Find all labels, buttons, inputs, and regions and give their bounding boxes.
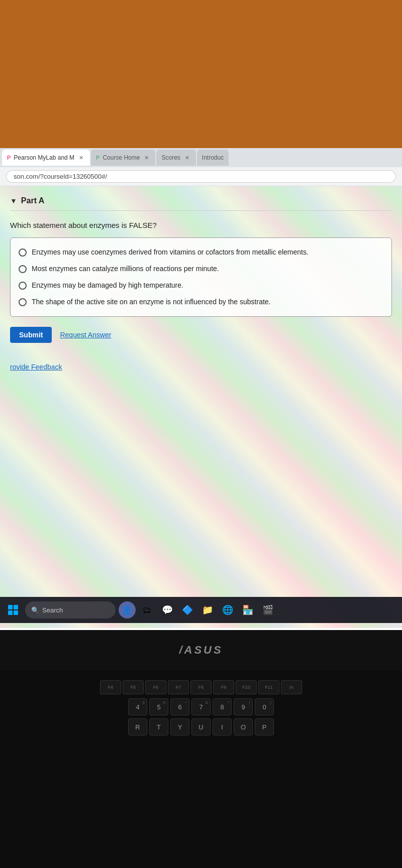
key-t[interactable]: T [149,718,168,735]
key-4-sub: $ [143,700,145,705]
key-0-sub: ) [270,700,271,705]
taskbar: 🔍 Search 👤 🗂 💬 🔷 📁 🌐 🏪 🎬 [0,597,402,623]
browser-window: P Pearson MyLab and M ✕ P Course Home ✕ … [0,148,402,630]
key-5-label: 5 [157,703,160,711]
key-0[interactable]: 0 ) [255,698,274,715]
tab-intro[interactable]: Introduc [197,150,229,166]
taskbar-icon-media[interactable]: 🎬 [259,601,276,618]
choice-d[interactable]: The shape of the active site on an enzym… [19,294,383,310]
taskbar-icon-teams[interactable]: 💬 [159,601,176,618]
taskbar-icon-store[interactable]: 🏪 [239,601,256,618]
tab-pearson[interactable]: P Pearson MyLab and M ✕ [2,150,90,166]
radio-c[interactable] [19,282,27,290]
fn-key-row: F4 F5 F6 F7 F8 F9 F10 F11 IA [5,680,397,694]
key-i[interactable]: I [213,718,232,735]
content-inner: ▼ Part A Which statement about enzymes i… [10,196,392,371]
key-4[interactable]: 4 $ [128,698,147,715]
part-title: Part A [21,196,45,205]
tab-close-1[interactable]: ✕ [77,154,85,162]
key-7[interactable]: 7 & [191,698,211,715]
key-y[interactable]: Y [170,718,189,735]
key-f11[interactable]: F11 [258,680,279,694]
windows-logo [8,605,18,615]
key-f6[interactable]: F6 [145,680,166,694]
search-label: Search [42,606,63,614]
key-f10[interactable]: F10 [236,680,257,694]
key-9-label: 9 [241,703,245,711]
tab-scores[interactable]: Scores ✕ [156,150,195,166]
wall-background [0,0,402,161]
tab-course-home[interactable]: P Course Home ✕ [91,150,155,166]
key-8[interactable]: 8 * [213,698,232,715]
choice-a-text: Enzymes may use coenzymes derived from v… [32,248,309,256]
fn-ia-label: IA [289,685,294,690]
windows-start-button[interactable] [4,601,22,619]
file-explorer-icon: 🗂 [143,605,152,615]
f6-label: F6 [153,685,159,690]
f10-label: F10 [242,685,250,690]
taskbar-icon-copilot[interactable]: 🔷 [179,601,196,618]
tab-favicon: P [7,155,11,161]
submit-button[interactable]: Submit [10,327,52,343]
taskbar-icon-edge[interactable]: 🌐 [219,601,236,618]
url-input[interactable]: son.com/?courseId=13260500#/ [6,170,396,183]
feedback-link[interactable]: rovide Feedback [10,363,62,371]
keyboard-area: F4 F5 F6 F7 F8 F9 F10 F11 IA 4 $ [0,670,402,868]
key-p-label: P [262,723,267,731]
key-y-label: Y [178,723,182,731]
address-bar: son.com/?courseId=13260500#/ [0,167,402,186]
key-f4[interactable]: F4 [100,680,121,694]
key-f5[interactable]: F5 [123,680,144,694]
key-i-label: I [221,723,223,731]
choice-c-text: Enzymes may be damaged by high temperatu… [32,281,183,289]
tab-close-3[interactable]: ✕ [183,154,191,162]
key-f7[interactable]: F7 [168,680,189,694]
choice-d-text: The shape of the active site on an enzym… [32,298,271,306]
key-9[interactable]: 9 ( [234,698,253,715]
part-header: ▼ Part A [10,196,392,211]
taskbar-icon-folder[interactable]: 📁 [199,601,216,618]
radio-a[interactable] [19,249,27,257]
key-6[interactable]: 6 ^ [170,698,189,715]
key-6-sub: ^ [185,700,187,705]
choice-a[interactable]: Enzymes may use coenzymes derived from v… [19,244,383,261]
key-o[interactable]: O [234,718,253,735]
key-f8[interactable]: F8 [190,680,212,694]
win-logo-piece-1 [8,605,13,609]
radio-b[interactable] [19,265,27,273]
key-6-label: 6 [178,703,181,711]
key-u[interactable]: U [191,718,211,735]
win-logo-piece-3 [8,610,13,615]
key-u-label: U [198,723,203,731]
taskbar-icon-file-explorer[interactable]: 🗂 [139,601,156,618]
taskbar-search[interactable]: 🔍 Search [25,601,116,618]
key-8-sub: * [228,700,229,705]
copilot-icon: 🔷 [182,604,193,615]
choice-c[interactable]: Enzymes may be damaged by high temperatu… [19,277,383,294]
request-answer-button[interactable]: Request Answer [60,331,111,339]
choice-b-text: Most enzymes can catalyze millions of re… [32,265,219,273]
f4-label: F4 [108,685,114,690]
key-5[interactable]: 5 % [149,698,168,715]
tab-close-2[interactable]: ✕ [143,154,150,162]
radio-d[interactable] [19,298,27,306]
taskbar-avatar[interactable]: 👤 [119,601,136,618]
tab-bar: P Pearson MyLab and M ✕ P Course Home ✕ … [0,148,402,167]
tab-label-2: Course Home [103,154,140,161]
key-p[interactable]: P [255,718,274,735]
key-f9[interactable]: F9 [213,680,234,694]
part-collapse-arrow[interactable]: ▼ [10,197,17,205]
tab-label-4: Introduc [202,154,224,161]
key-r[interactable]: R [128,718,147,735]
number-key-row: 4 $ 5 % 6 ^ 7 & 8 * 9 ( 0 ) [5,698,397,715]
letter-key-row: R T Y U I O P [5,718,397,735]
folder-icon: 📁 [202,604,213,615]
store-icon: 🏪 [242,604,253,615]
f7-label: F7 [176,685,181,690]
choice-b[interactable]: Most enzymes can catalyze millions of re… [19,261,383,277]
key-fn-ia[interactable]: IA [281,680,302,694]
key-0-label: 0 [262,703,266,711]
win-logo-piece-4 [14,610,18,615]
key-4-label: 4 [136,703,139,711]
tab-favicon-2: P [96,155,99,161]
